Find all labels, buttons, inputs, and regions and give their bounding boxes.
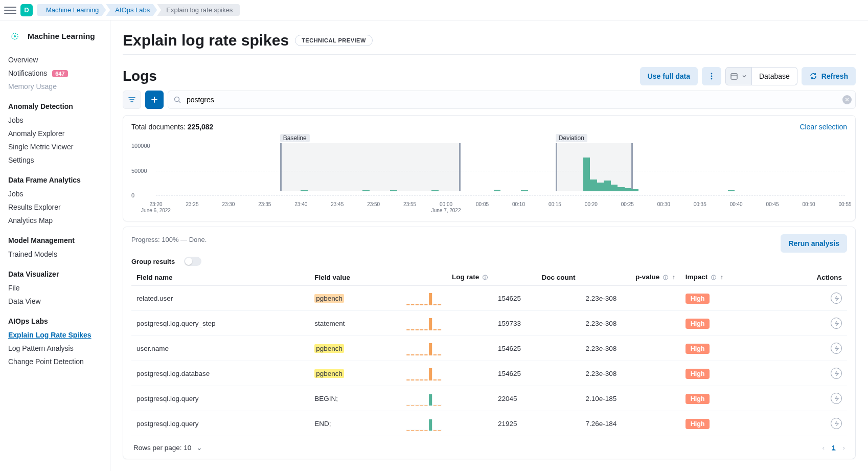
svg-rect-42: [438, 379, 441, 380]
svg-rect-55: [416, 430, 419, 431]
impact-badge: High: [686, 394, 710, 404]
sidebar-item[interactable]: Data View: [8, 295, 102, 308]
sidebar-item[interactable]: Log Pattern Analysis: [8, 342, 102, 355]
plus-icon: [150, 96, 158, 104]
sidebar-item[interactable]: Explain Log Rate Spikes: [8, 328, 102, 342]
sidebar-item[interactable]: Change Point Detection: [8, 355, 102, 368]
svg-rect-45: [411, 405, 414, 406]
datasource-picker-icon-button[interactable]: [725, 67, 752, 85]
xtick: 23:30: [222, 201, 235, 208]
svg-rect-50: [433, 405, 437, 406]
sidebar-item[interactable]: Jobs: [8, 114, 102, 127]
svg-rect-24: [438, 329, 441, 330]
sidebar-item[interactable]: Settings: [8, 153, 102, 167]
col-field-value[interactable]: Field value: [309, 269, 401, 286]
xtick: 00:15: [549, 201, 561, 208]
cell-field-value: END;: [309, 411, 401, 436]
histogram-chart[interactable]: 100000 50000 0 BaselineDeviation: [156, 134, 845, 200]
svg-rect-26: [407, 354, 410, 355]
sidebar-item-memory-usage[interactable]: Memory Usage: [8, 80, 102, 93]
divider: [123, 54, 856, 55]
histogram-bar: [728, 190, 735, 191]
sidebar-item[interactable]: Single Metric Viewer: [8, 140, 102, 153]
clear-search-button[interactable]: ✕: [842, 95, 852, 104]
impact-badge: High: [686, 319, 710, 329]
sidebar-item[interactable]: Results Explorer: [8, 200, 102, 214]
topbar: D Machine Learning AIOps Labs Explain lo…: [0, 0, 868, 20]
tech-preview-badge: TECHNICAL PREVIEW: [295, 35, 373, 46]
cell-actions: [776, 336, 847, 361]
table-row[interactable]: postgresql.log.query_stepstatement159733…: [131, 311, 847, 336]
pager-prev[interactable]: ‹: [822, 444, 825, 452]
pager-page-1[interactable]: 1: [832, 444, 836, 452]
row-action-button[interactable]: [831, 418, 842, 429]
sidebar-heading: Anomaly Detection: [8, 102, 102, 110]
row-action-button[interactable]: [831, 393, 842, 404]
xtick: 00:00June 7, 2022: [431, 201, 461, 214]
group-results-toggle[interactable]: [184, 257, 201, 266]
sidebar-item[interactable]: Analytics Map: [8, 214, 102, 227]
sidebar-item-overview[interactable]: Overview: [8, 53, 102, 66]
search-icon: [173, 96, 181, 104]
table-row[interactable]: postgresql.log.queryEND;219257.26e-184Hi…: [131, 411, 847, 436]
svg-rect-12: [425, 304, 428, 305]
svg-point-4: [711, 78, 713, 80]
table-row[interactable]: postgresql.log.queryBEGIN;220452.10e-185…: [131, 386, 847, 411]
sidebar-item[interactable]: Anomaly Explorer: [8, 127, 102, 140]
breadcrumb-root[interactable]: Machine Learning: [37, 4, 106, 16]
col-log-rate[interactable]: Log rate ⓘ: [401, 269, 493, 286]
clear-selection-link[interactable]: Clear selection: [800, 123, 847, 131]
sidebar-item[interactable]: Trained Models: [8, 248, 102, 261]
svg-rect-57: [425, 430, 428, 431]
svg-rect-9: [411, 304, 414, 305]
col-impact[interactable]: Impact ⓘ ↑: [680, 269, 776, 286]
hamburger-menu[interactable]: [4, 4, 16, 16]
col-field-name[interactable]: Field name: [131, 269, 309, 286]
notifications-badge: 647: [52, 70, 67, 77]
sidebar-heading: Data Visualizer: [8, 270, 102, 278]
impact-badge: High: [686, 419, 710, 429]
table-row[interactable]: user.namepgbench1546252.23e-308High: [131, 336, 847, 361]
datasource-label[interactable]: Database: [752, 67, 797, 85]
svg-rect-41: [433, 379, 437, 380]
xtick: 23:55: [403, 201, 416, 208]
row-action-button[interactable]: [831, 368, 842, 379]
search-input[interactable]: [168, 91, 856, 109]
filter-icon: [128, 96, 136, 104]
row-action-button[interactable]: [831, 293, 842, 304]
info-icon: ⓘ: [663, 275, 668, 280]
xtick: 23:25: [186, 201, 198, 208]
total-documents-label: Total documents:: [131, 123, 186, 131]
histogram-bar: [583, 158, 590, 191]
xtick: 00:25: [621, 201, 634, 208]
row-action-button[interactable]: [831, 343, 842, 354]
cell-log-rate: [401, 286, 493, 311]
svg-rect-39: [425, 379, 428, 380]
use-full-data-button[interactable]: Use full data: [640, 67, 698, 85]
sidebar-title: Machine Learning: [28, 32, 95, 41]
refresh-button[interactable]: Refresh: [802, 67, 856, 85]
col-doc-count[interactable]: Doc count: [493, 269, 581, 286]
sidebar-item[interactable]: Jobs: [8, 187, 102, 200]
options-button[interactable]: [702, 67, 721, 85]
filter-button[interactable]: [123, 91, 141, 109]
cell-field-name: postgresql.log.query_step: [131, 311, 309, 336]
rows-per-page[interactable]: Rows per page: 10 ⌄: [133, 443, 202, 452]
table-row[interactable]: postgresql.log.databasepgbench1546252.23…: [131, 361, 847, 386]
cell-field-name: postgresql.log.database: [131, 361, 309, 386]
svg-rect-28: [416, 354, 419, 355]
space-badge[interactable]: D: [20, 4, 33, 16]
cell-field-value: pgbench: [309, 336, 401, 361]
breadcrumb-section[interactable]: AIOps Labs: [106, 4, 157, 16]
row-action-button[interactable]: [831, 318, 842, 329]
add-filter-button[interactable]: [145, 91, 164, 109]
svg-rect-29: [420, 354, 423, 355]
table-row[interactable]: related.userpgbench1546252.23e-308High: [131, 286, 847, 311]
col-p-value[interactable]: p-value ⓘ ↑: [581, 269, 680, 286]
sidebar-item[interactable]: File: [8, 281, 102, 295]
pager-next[interactable]: ›: [843, 444, 846, 452]
sidebar-item-notifications[interactable]: Notifications 647: [8, 66, 102, 80]
rerun-analysis-button[interactable]: Rerun analysis: [781, 234, 847, 253]
xtick: 23:45: [331, 201, 344, 208]
histogram-bar: [625, 188, 631, 191]
